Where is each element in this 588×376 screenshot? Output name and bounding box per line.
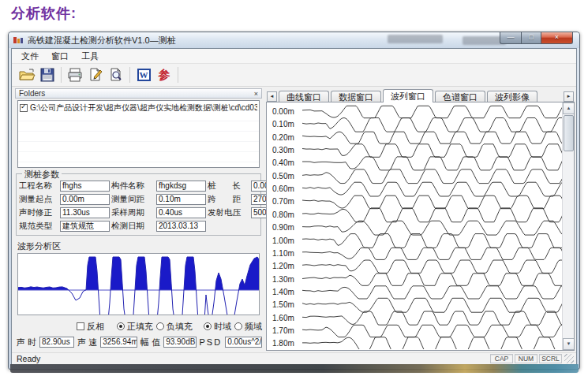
folders-close-icon[interactable]: × bbox=[254, 90, 258, 98]
amplitude-label: 幅 值 bbox=[140, 337, 160, 348]
depth-label: 0.50m bbox=[272, 172, 294, 181]
scroll-up-icon[interactable]: ▲ bbox=[563, 102, 575, 114]
status-bar: Ready CAP NUM SCRL bbox=[12, 352, 576, 364]
psd-value[interactable]: 0.00us^2/m bbox=[225, 337, 262, 348]
depth-label: 0.90m bbox=[272, 223, 294, 232]
fill-negative-radio[interactable]: 负填充 bbox=[156, 321, 193, 333]
depth-label: 1.80m bbox=[272, 339, 294, 348]
param-field-interval[interactable]: 0.10m bbox=[156, 194, 206, 205]
depth-label: 0.40m bbox=[272, 158, 294, 167]
psd-label: PSD bbox=[200, 337, 223, 347]
tab-strip: ◄ 曲线窗口 数据窗口 波列窗口 色谱窗口 波列影像 ► bbox=[266, 88, 575, 102]
param-label: 测量间距 bbox=[111, 194, 155, 205]
param-label: 工程名称 bbox=[19, 181, 58, 192]
fill-positive-radio[interactable]: 正填充 bbox=[117, 321, 153, 333]
wavetrain-panel[interactable]: ▲ ▼ 0.00m0.10m0.20m0.30m0.40m0.50m0.60m0… bbox=[266, 102, 575, 351]
depth-label: 1.40m bbox=[272, 288, 294, 296]
freq-domain-radio[interactable]: 频域 bbox=[234, 321, 262, 333]
waveform-plot[interactable] bbox=[17, 253, 260, 315]
param-label: 测量起点 bbox=[19, 194, 58, 205]
param-label: 规范类型 bbox=[19, 221, 58, 232]
tree-checkbox-icon[interactable]: ✓ bbox=[20, 104, 28, 112]
tab-data-window[interactable]: 数据窗口 bbox=[331, 91, 381, 102]
sound-time-value[interactable]: 82.90us bbox=[39, 337, 74, 348]
radio-icon[interactable] bbox=[156, 322, 164, 330]
export-report-icon[interactable] bbox=[85, 65, 106, 84]
param-field-standard-type[interactable]: 建筑规范 bbox=[60, 221, 110, 232]
waveform-area-label: 波形分析区 bbox=[17, 240, 262, 252]
time-domain-radio[interactable]: 时域 bbox=[204, 321, 231, 333]
menu-window[interactable]: 窗口 bbox=[45, 49, 75, 64]
scrollbar-thumb[interactable] bbox=[564, 115, 574, 151]
radio-icon[interactable] bbox=[204, 322, 212, 330]
left-panel: Folders × ✓ G:\公司产品设计开发\超声仪器\超声仪实地检测数据\测… bbox=[13, 88, 264, 351]
invert-checkbox[interactable]: 反相 bbox=[77, 321, 104, 333]
print-icon[interactable] bbox=[65, 65, 85, 84]
radio-icon[interactable] bbox=[234, 322, 242, 330]
toolbar-separator bbox=[178, 67, 178, 83]
tab-curve-window[interactable]: 曲线窗口 bbox=[279, 91, 329, 102]
depth-label: 1.30m bbox=[272, 275, 294, 284]
depth-label: 0.30m bbox=[272, 146, 294, 154]
depth-label: 0.80m bbox=[272, 210, 294, 219]
folders-panel-title: Folders bbox=[19, 89, 45, 98]
param-field-test-date[interactable]: 2013.03.13 bbox=[156, 221, 206, 232]
caps-lock-indicator: CAP bbox=[490, 354, 513, 363]
status-text: Ready bbox=[17, 354, 489, 363]
folder-tree: ✓ G:\公司产品设计开发\超声仪器\超声仪实地检测数据\测桩\cd\cd03\… bbox=[17, 100, 260, 167]
clipped-text-row: · bbox=[20, 348, 262, 351]
save-icon[interactable] bbox=[37, 65, 58, 84]
title-bar[interactable]: 高铁建混凝土检测分析软件V1.0—测桩 — □ × bbox=[9, 32, 579, 48]
minimize-button[interactable]: — bbox=[500, 32, 521, 44]
param-field-time-correction[interactable]: 11.30us bbox=[60, 207, 110, 218]
folders-panel-header: Folders × bbox=[15, 88, 262, 99]
param-field-sample-period[interactable]: 0.40us bbox=[156, 207, 206, 218]
pile-parameters-groupbox: 测桩参数 工程名称 fhghs 构件名称 fhgkdsg 桩 长 0.00m 测… bbox=[16, 173, 261, 236]
sound-time-label: 声 时 bbox=[17, 337, 36, 348]
tab-scroll-left-icon[interactable]: ◄ bbox=[267, 91, 277, 102]
scroll-down-icon[interactable]: ▼ bbox=[563, 338, 575, 350]
resize-grip[interactable] bbox=[564, 354, 574, 363]
num-lock-indicator: NUM bbox=[515, 354, 537, 363]
depth-label: 1.10m bbox=[272, 249, 294, 258]
depth-label: 0.10m bbox=[272, 120, 294, 128]
maximize-button[interactable]: □ bbox=[521, 32, 541, 44]
amplitude-value[interactable]: 93.90dB bbox=[163, 337, 196, 348]
param-field-start-point[interactable]: 0.00m bbox=[60, 194, 110, 205]
sound-speed-value[interactable]: 3256.94m/s bbox=[100, 337, 137, 348]
param-label: 发射电压 bbox=[208, 207, 249, 218]
tab-wavetrain-window[interactable]: 波列窗口 bbox=[383, 89, 433, 102]
param-label: 构件名称 bbox=[111, 181, 155, 192]
open-file-icon[interactable] bbox=[17, 65, 37, 84]
waveform-controls: 反相 正填充 负填充 bbox=[77, 321, 262, 333]
radio-icon[interactable] bbox=[117, 322, 125, 330]
word-export-icon[interactable]: W bbox=[133, 65, 154, 84]
folder-tree-item[interactable]: ✓ G:\公司产品设计开发\超声仪器\超声仪实地检测数据\测桩\cd\cd03\… bbox=[20, 102, 257, 114]
menu-bar: 文件 窗口 工具 bbox=[12, 49, 576, 64]
param-field-project-name[interactable]: fhghs bbox=[60, 181, 110, 192]
depth-label: 1.60m bbox=[272, 314, 294, 322]
groupbox-legend: 测桩参数 bbox=[22, 169, 62, 181]
tab-wavetrain-image[interactable]: 波列影像 bbox=[487, 91, 537, 102]
depth-label: 1.20m bbox=[272, 262, 294, 270]
app-window: 高铁建混凝土检测分析软件V1.0—测桩 — □ × 文件 窗口 工具 bbox=[8, 32, 580, 370]
screenshot-root: 分析软件: 高铁建混凝土检测分析软件V1.0—测桩 — □ × 文件 窗口 工具 bbox=[0, 0, 588, 376]
param-label: 采样周期 bbox=[111, 207, 155, 218]
main-area: Folders × ✓ G:\公司产品设计开发\超声仪器\超声仪实地检测数据\测… bbox=[12, 87, 576, 352]
page-title: 分析软件: bbox=[11, 4, 77, 23]
tab-scroll-right-icon[interactable]: ► bbox=[564, 91, 574, 102]
right-panel: ◄ 曲线窗口 数据窗口 波列窗口 色谱窗口 波列影像 ► ▲ ▼ bbox=[266, 88, 575, 351]
param-field-component-name[interactable]: fhgkdsg bbox=[156, 181, 206, 192]
vertical-scrollbar[interactable]: ▲ ▼ bbox=[562, 102, 574, 350]
tab-spectrum-window[interactable]: 色谱窗口 bbox=[435, 91, 485, 102]
checkbox-icon[interactable] bbox=[77, 322, 84, 330]
parameters-icon[interactable]: 参 bbox=[154, 65, 174, 84]
menu-tools[interactable]: 工具 bbox=[75, 49, 105, 64]
param-label: 桩 长 bbox=[208, 181, 249, 192]
window-title: 高铁建混凝土检测分析软件V1.0—测桩 bbox=[28, 35, 176, 47]
print-preview-icon[interactable] bbox=[106, 65, 126, 84]
menu-file[interactable]: 文件 bbox=[15, 49, 45, 64]
depth-label: 1.00m bbox=[272, 236, 294, 245]
tree-item-label: G:\公司产品设计开发\超声仪器\超声仪实地检测数据\测桩\cd\cd03\cd… bbox=[30, 102, 257, 114]
close-button[interactable]: × bbox=[541, 32, 573, 44]
